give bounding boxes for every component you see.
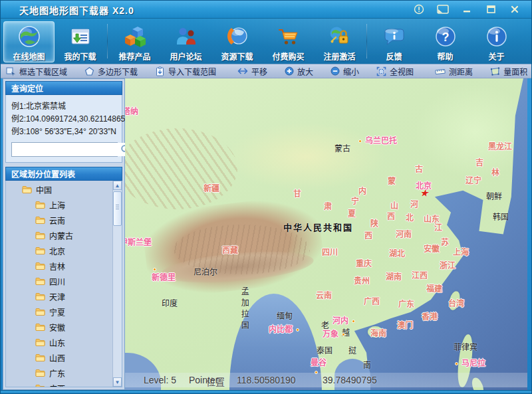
maptool-缩小[interactable]: 缩小	[331, 66, 359, 77]
tree-item-上海[interactable]: 上海	[6, 197, 122, 213]
maptool-全视图[interactable]: 全视图	[376, 66, 414, 77]
toolbar-button-付费购买[interactable]: 付费购买	[263, 21, 314, 62]
help-sphere-icon: ?	[434, 25, 458, 49]
maptool-label: 导入下载范围	[168, 66, 216, 77]
close-icon	[510, 5, 519, 14]
folder-icon	[22, 185, 32, 194]
maptool-量面积[interactable]: 量面积	[490, 66, 527, 77]
toolbar-button-label: 注册激活	[323, 50, 355, 62]
capital-dot-icon	[315, 371, 318, 374]
toolbar-button-label: 付费购买	[272, 50, 304, 62]
folder-icon	[35, 246, 45, 255]
tree-item-label: 宁夏	[49, 306, 65, 318]
minimize-button[interactable]	[460, 4, 474, 15]
query-panel-header: 查询定位	[5, 81, 122, 95]
scroll-up-icon[interactable]: ▲	[113, 181, 122, 190]
toolbar-button-在线地图[interactable]: 在线地图	[3, 21, 55, 62]
folder-icon	[35, 323, 45, 332]
info-button[interactable]	[412, 4, 426, 15]
maptool-放大[interactable]: 放大	[285, 66, 313, 77]
map-label-缅甸: 缅甸	[277, 312, 293, 321]
toolbar-button-帮助[interactable]: ?帮助	[420, 21, 471, 62]
measure-area-icon	[490, 66, 500, 76]
map-label-宁: 宁	[351, 197, 359, 206]
map-label-孟加拉国: 孟加拉国	[239, 287, 248, 332]
map-label-重庆: 重庆	[356, 260, 372, 268]
skin-button[interactable]	[436, 4, 450, 15]
maptool-测距离[interactable]: 测距离	[435, 66, 473, 77]
tree-item-label: 四川	[49, 276, 65, 287]
toolbar-button-推荐产品[interactable]: 推荐产品	[109, 21, 160, 62]
tree-item-北京[interactable]: 北京	[6, 243, 122, 258]
tree-item-广东[interactable]: 广东	[6, 365, 122, 381]
map-label-甘: 甘	[293, 190, 301, 199]
maximize-button[interactable]	[483, 4, 498, 15]
tree-item-宁夏[interactable]: 宁夏	[6, 304, 122, 320]
sea-bay-of-bengal	[229, 294, 322, 390]
toolbar-button-关于[interactable]: 关于	[471, 21, 522, 62]
map-label-朝鲜: 朝鲜	[486, 193, 502, 201]
maptool-多边形下载[interactable]: 多边形下载	[84, 66, 138, 77]
toolbar-button-label: 我的下载	[64, 50, 96, 62]
folder-icon	[35, 216, 45, 225]
tree-item-云南[interactable]: 云南	[6, 213, 122, 228]
box-select-icon	[6, 66, 16, 76]
maptool-label: 框选下载区域	[19, 66, 67, 77]
terrain-tibetan-plateau	[140, 193, 327, 301]
tree-item-天津[interactable]: 天津	[6, 289, 122, 304]
content-area: 查询定位 例1:北京紫禁城 例2:104.09691724,30.6211486…	[1, 78, 531, 390]
map-label-四川: 四川	[322, 248, 338, 257]
folder-icon	[35, 201, 45, 209]
map-label-伊斯兰堡: 伊斯兰堡	[125, 239, 152, 247]
terrain-tianshan	[125, 128, 237, 209]
tree-item-中国[interactable]: 中国	[6, 182, 122, 197]
main-toolbar: 在线地图我的下载推荐产品用户论坛资源下载付费购买注册激活反馈?帮助关于	[1, 19, 531, 64]
map-label-吉: 吉	[475, 159, 483, 167]
map-label-安徽: 安徽	[424, 245, 440, 254]
tree-item-label: 山西	[49, 352, 65, 363]
map-label-新疆: 新疆	[203, 185, 219, 193]
window-controls	[412, 4, 522, 15]
tree-item-label: 吉林	[49, 260, 65, 272]
map-toolbar: 框选下载区域多边形下载导入下载范围平移放大缩小全视图测距离量面积	[1, 64, 531, 78]
island-hainan	[368, 326, 383, 338]
map-label-河内: 河内	[332, 317, 348, 326]
map-label-陕: 陕	[370, 220, 378, 229]
toolbar-button-资源下载[interactable]: 资源下载	[211, 21, 263, 62]
capital-dot-icon	[342, 333, 345, 336]
toolbar-button-用户论坛[interactable]: 用户论坛	[160, 21, 211, 62]
maptool-label: 缩小	[343, 66, 359, 77]
tree-item-山西[interactable]: 山西	[6, 350, 122, 365]
svg-text:?: ?	[442, 31, 449, 44]
map-canvas[interactable]: 中华人民共和国蒙古朝鲜韩国尼泊尔印度孟加拉国缅甸老挝越南泰国菲律宾新疆西藏黑龙江…	[125, 78, 527, 390]
toolbar-button-注册激活[interactable]: 注册激活	[314, 21, 365, 62]
maptool-label: 多边形下载	[98, 66, 138, 77]
tree-item-安徽[interactable]: 安徽	[6, 320, 122, 335]
maptool-导入下载范围[interactable]: 导入下载范围	[155, 66, 216, 77]
tree-item-label: 广东	[49, 367, 65, 379]
tree-item-四川[interactable]: 四川	[6, 274, 122, 289]
toolbar-button-我的下载[interactable]: 我的下载	[55, 21, 106, 62]
tree-item-内蒙古[interactable]: 内蒙古	[6, 228, 122, 243]
close-button[interactable]	[507, 4, 522, 15]
tree-item-广西[interactable]: 广西	[6, 381, 122, 387]
maptool-框选下载区域[interactable]: 框选下载区域	[6, 66, 67, 77]
map-label-新德里: 新德里	[152, 274, 176, 282]
toolbar-button-反馈[interactable]: 反馈	[368, 21, 420, 62]
sea-east-china	[125, 78, 527, 390]
tree-item-山东[interactable]: 山东	[6, 335, 122, 350]
map-label-北京: 北京★	[416, 182, 432, 191]
tree-item-吉林[interactable]: 吉林	[6, 258, 122, 274]
status-pointer-cn: 位置	[206, 375, 225, 388]
map-label-西: 西	[387, 213, 395, 221]
map-label-贵州: 贵州	[354, 277, 370, 286]
maptool-平移[interactable]: 平移	[237, 66, 267, 77]
scrollbar-thumb[interactable]	[113, 191, 122, 226]
scroll-down-icon[interactable]: ▼	[113, 377, 122, 387]
map-label-内: 内	[358, 187, 366, 196]
search-input[interactable]	[12, 143, 120, 156]
tree-scrollbar[interactable]: ▲ ▼	[112, 181, 122, 387]
search-box	[11, 142, 118, 157]
globe-icon	[17, 25, 41, 49]
tree-item-label: 北京	[49, 245, 65, 256]
